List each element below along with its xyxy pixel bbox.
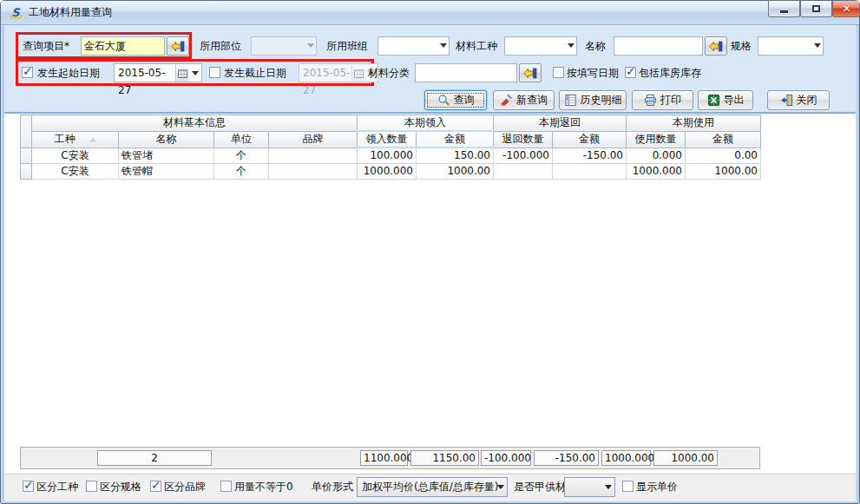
materials-table: 材料基本信息 本期领入 本期退回 本期使用 工种 名称 单位 品牌 领入数量 金… (20, 115, 761, 180)
grid-cell[interactable] (553, 163, 627, 179)
col-used-qty[interactable]: 使用数量 (627, 131, 686, 147)
grid-cell[interactable]: 铁管帽 (119, 163, 214, 179)
grid-cell[interactable]: 1000.000 (627, 163, 686, 179)
distinguish-spec-checkbox[interactable]: ✓ (86, 481, 97, 492)
grid-cell[interactable]: 个 (214, 163, 269, 179)
summary-received-qty: 1100.000 (360, 450, 408, 466)
project-label: 查询项目* (23, 36, 69, 56)
query-button-label: 查询 (454, 93, 475, 108)
grid-cell[interactable]: -150.00 (553, 147, 627, 163)
table-row[interactable]: C安装铁管堵个100.000150.00-100.000-150.000.000… (21, 147, 761, 163)
grid-cell[interactable]: 1000.00 (417, 163, 494, 179)
price-form-label: 单价形式 (312, 477, 353, 496)
col-received-amount[interactable]: 金额 (417, 131, 494, 147)
grid-cell[interactable] (269, 147, 358, 163)
close-button[interactable]: 关闭 (767, 90, 830, 110)
team-label: 所用班组 (326, 36, 368, 56)
project-lookup-button[interactable] (167, 36, 189, 56)
distinguish-brand-checkbox[interactable]: ✓ (150, 481, 161, 492)
print-button-label: 打印 (660, 93, 681, 108)
close-window-button[interactable]: ✕ (832, 1, 860, 17)
grid-cell[interactable]: C安装 (32, 147, 119, 163)
start-date-checkbox[interactable]: ✓ (22, 67, 33, 78)
group-basic-info[interactable]: 材料基本信息 (32, 115, 358, 132)
history-detail-button[interactable]: 历史明细 (559, 90, 627, 110)
summary-used-amount: 1000.00 (653, 450, 718, 466)
new-query-button[interactable]: 新查询 (493, 90, 555, 110)
hand-pointer-icon (171, 41, 185, 52)
category-lookup-button[interactable] (519, 63, 542, 82)
row-indicator[interactable] (21, 147, 32, 163)
col-name[interactable]: 名称 (119, 131, 214, 147)
chevron-down-icon (568, 43, 574, 48)
party-a-select[interactable] (564, 477, 615, 497)
grid-cell[interactable]: -100.000 (494, 147, 553, 163)
grid-cell[interactable]: 1000.00 (686, 163, 761, 179)
distinguish-spec-label: 区分规格 (100, 477, 141, 496)
window-border (856, 25, 859, 501)
excel-icon (707, 94, 720, 107)
category-input[interactable] (415, 63, 517, 82)
grid-cell[interactable] (494, 163, 553, 179)
by-fill-date-label: 按填写日期 (567, 63, 619, 82)
table-row[interactable]: C安装铁管帽个1000.0001000.001000.0001000.00 (21, 163, 761, 179)
chevron-down-icon[interactable] (189, 64, 201, 82)
minimize-button[interactable] (768, 1, 800, 17)
group-used[interactable]: 本期使用 (627, 115, 761, 132)
start-date-picker[interactable]: 2015-05-27 (114, 63, 202, 82)
chevron-down-icon (440, 43, 447, 48)
start-date-value[interactable]: 2015-05-27 (115, 64, 175, 82)
grid-cell[interactable]: 150.00 (417, 147, 494, 163)
end-date-checkbox[interactable]: ✓ (209, 67, 220, 78)
end-date-picker: 2015-05-27 (299, 63, 378, 82)
group-received[interactable]: 本期领入 (358, 115, 494, 132)
start-date-label: 发生起始日期 (37, 63, 100, 82)
grid-cell[interactable]: 0.000 (627, 147, 686, 163)
grid-cell[interactable]: 100.000 (358, 147, 417, 163)
window-border (1, 25, 4, 501)
summary-used-qty: 1000.000 (601, 450, 651, 466)
col-brand[interactable]: 品牌 (269, 131, 358, 147)
part-label: 所用部位 (200, 36, 241, 56)
minimize-icon (780, 10, 788, 13)
distinguish-worktype-checkbox[interactable]: ✓ (23, 481, 34, 492)
by-fill-date-checkbox[interactable]: ✓ (553, 67, 564, 78)
project-input[interactable] (81, 36, 165, 56)
name-input[interactable] (614, 36, 703, 56)
calendar-icon[interactable] (175, 64, 189, 82)
category-label: 材料分类 (368, 63, 410, 82)
col-worktype[interactable]: 工种 (32, 131, 119, 147)
price-form-select[interactable]: 加权平均价(总库值/总库存量) (357, 477, 508, 497)
query-button[interactable]: 查询 (424, 90, 487, 110)
new-query-button-label: 新查询 (516, 93, 548, 108)
sort-ascending-icon (89, 137, 96, 142)
material-type-select[interactable] (504, 36, 577, 56)
material-type-label: 材料工种 (456, 36, 497, 56)
grid-cell[interactable]: 个 (214, 147, 269, 163)
include-warehouse-checkbox[interactable]: ✓ (625, 67, 636, 78)
col-used-amount[interactable]: 金额 (686, 131, 761, 147)
maximize-button[interactable] (800, 1, 832, 17)
col-unit[interactable]: 单位 (214, 131, 269, 147)
grid-cell[interactable]: C安装 (32, 163, 119, 179)
grid-cell[interactable]: 1000.000 (358, 163, 417, 179)
col-received-qty[interactable]: 领入数量 (358, 131, 417, 147)
chevron-down-icon (814, 43, 821, 48)
row-indicator[interactable] (21, 163, 32, 179)
grid-cell[interactable]: 铁管堵 (119, 147, 214, 163)
col-returned-amount[interactable]: 金额 (553, 131, 627, 147)
name-lookup-button[interactable] (705, 36, 727, 56)
usage-nonzero-checkbox[interactable]: ✓ (220, 481, 232, 492)
col-returned-qty[interactable]: 退回数量 (494, 131, 553, 147)
spec-select[interactable] (758, 36, 824, 56)
group-returned[interactable]: 本期退回 (494, 115, 627, 132)
show-price-checkbox[interactable]: ✓ (622, 481, 634, 492)
grid-cell[interactable] (269, 163, 358, 179)
team-select[interactable] (377, 36, 450, 56)
grid-cell[interactable]: 0.00 (686, 147, 761, 163)
print-button[interactable]: 打印 (632, 90, 693, 110)
part-select[interactable] (251, 36, 317, 56)
export-button[interactable]: 导出 (698, 90, 753, 110)
summary-band: 2 1100.000 1150.00 -100.000 -150.00 1000… (20, 447, 760, 469)
summary-received-amount: 1150.00 (410, 450, 479, 466)
